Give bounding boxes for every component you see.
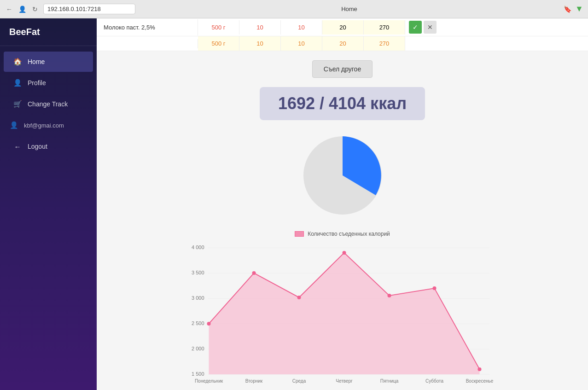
cart-icon: 🛒 (13, 99, 22, 109)
sidebar-item-profile[interactable]: 👤 Profile (4, 73, 93, 93)
page-title: Home (139, 6, 559, 12)
sidebar-item-logout[interactable]: ← Logout (4, 136, 93, 157)
svg-text:4 000: 4 000 (192, 244, 204, 250)
svg-text:Суббота: Суббота (425, 378, 444, 384)
svg-marker-13 (209, 253, 480, 374)
svg-point-14 (207, 322, 211, 326)
sidebar-item-logout-label: Logout (28, 143, 47, 150)
legend-label: Количество съеденных калорий (308, 231, 390, 237)
svg-point-18 (388, 294, 391, 297)
browser-toolbar: ← 👤 ↻ Home 🔖 ▼ (0, 0, 588, 18)
account-button[interactable]: 👤 (17, 5, 27, 14)
svg-point-20 (478, 367, 482, 371)
svg-point-19 (433, 286, 437, 290)
food-value-1-5: 270 (364, 20, 405, 35)
food-value-1-1: 500 г (198, 20, 239, 35)
food-value-2-4: 20 (322, 36, 364, 51)
svg-text:2 500: 2 500 (192, 320, 204, 326)
download-icon: ▼ (575, 5, 583, 13)
svg-text:Среда: Среда (292, 378, 306, 384)
profile-icon: 👤 (13, 78, 22, 87)
food-value-2-5: 270 (364, 36, 405, 51)
refresh-button[interactable]: ↻ (30, 5, 40, 14)
sidebar-item-home[interactable]: 🏠 Home (4, 52, 93, 72)
svg-text:Вторник: Вторник (245, 378, 263, 384)
svg-text:Четверг: Четверг (336, 378, 353, 384)
svg-text:Понедельник: Понедельник (195, 378, 223, 384)
food-row-1: Молоко паст. 2,5% 500 г 10 10 20 270 ✓ ✕ (97, 18, 588, 36)
svg-point-17 (343, 251, 346, 255)
food-row-2: 500 г 10 10 20 270 (97, 36, 588, 51)
chart-area: 4 000 3 500 3 000 2 500 2 000 1 500 (120, 241, 565, 390)
svg-point-16 (297, 296, 301, 299)
sidebar-user: 👤 kbf@gmai.com (0, 115, 97, 135)
main-content: Молоко паст. 2,5% 500 г 10 10 20 270 ✓ ✕… (97, 18, 588, 390)
address-bar[interactable] (43, 4, 135, 14)
svg-text:1 500: 1 500 (192, 371, 204, 377)
line-chart-container: Количество съеденных калорий 4 000 3 500… (106, 231, 579, 390)
logout-icon: ← (13, 142, 22, 151)
cancel-button-1[interactable]: ✕ (424, 21, 437, 34)
user-email: kbf@gmai.com (24, 122, 64, 129)
bookmark-icon: 🔖 (563, 5, 571, 13)
food-value-1-3: 10 (281, 20, 322, 35)
app-layout: BeeFat 🏠 Home 👤 Profile 🛒 Change Track 👤… (0, 18, 588, 390)
svg-text:Воскресенье: Воскресенье (466, 378, 494, 384)
food-value-1-2: 10 (239, 20, 281, 35)
svg-point-15 (252, 271, 256, 275)
food-value-2-2: 10 (239, 36, 281, 51)
food-value-2-3: 10 (281, 36, 322, 51)
legend-color-box (295, 231, 304, 237)
sidebar-nav: 🏠 Home 👤 Profile 🛒 Change Track 👤 kbf@gm… (0, 46, 97, 390)
food-table: Молоко паст. 2,5% 500 г 10 10 20 270 ✓ ✕… (97, 18, 588, 51)
app-logo: BeeFat (0, 18, 97, 46)
food-value-2-1: 500 г (198, 36, 239, 51)
confirm-button-1[interactable]: ✓ (409, 21, 422, 34)
sidebar: BeeFat 🏠 Home 👤 Profile 🛒 Change Track 👤… (0, 18, 97, 390)
browser-action-icons: 🔖 ▼ (563, 5, 583, 13)
user-icon: 👤 (9, 121, 18, 130)
food-actions-1: ✓ ✕ (405, 18, 440, 36)
svg-text:3 000: 3 000 (192, 295, 204, 301)
home-icon: 🏠 (13, 57, 22, 66)
svg-text:2 000: 2 000 (192, 346, 204, 351)
sidebar-item-home-label: Home (28, 58, 45, 65)
food-name-1: Молоко паст. 2,5% (97, 19, 198, 35)
svg-text:3 500: 3 500 (192, 270, 204, 275)
ate-other-button[interactable]: Съел другое (312, 60, 373, 78)
sidebar-item-change-track-label: Change Track (28, 100, 68, 108)
svg-text:Пятница: Пятница (380, 378, 399, 384)
center-content: Съел другое 1692 / 4104 ккал Ко (97, 51, 588, 390)
sidebar-item-profile-label: Profile (28, 79, 46, 87)
chart-legend: Количество съеденных калорий (120, 231, 565, 237)
calorie-display: 1692 / 4104 ккал (260, 87, 425, 120)
back-button[interactable]: ← (5, 5, 14, 14)
food-value-1-4: 20 (322, 20, 364, 35)
food-name-2 (97, 39, 198, 48)
pie-chart (297, 129, 389, 221)
sidebar-item-change-track[interactable]: 🛒 Change Track (4, 94, 93, 114)
